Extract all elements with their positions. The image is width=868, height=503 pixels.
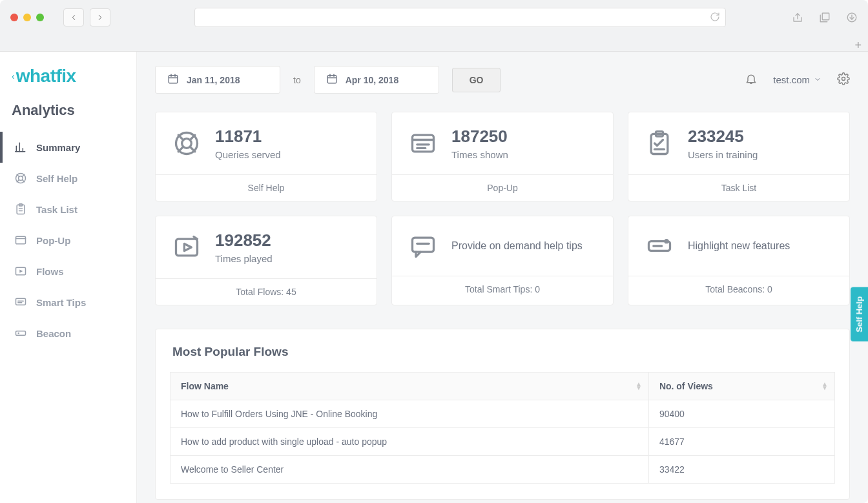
flows-table: Flow Name ▲▼ No. of Views ▲▼ How to Fulf…	[170, 372, 835, 484]
date-to-input[interactable]: Apr 10, 2018	[314, 66, 439, 94]
downloads-icon[interactable]	[846, 12, 858, 23]
cell-views: 41677	[648, 428, 834, 456]
table-row[interactable]: Welcome to Seller Center 33422	[170, 456, 835, 484]
date-range-bar: Jan 11, 2018 to Apr 10, 2018 GO test.com	[155, 66, 850, 94]
sidebar-item-label: Pop-Up	[36, 235, 70, 246]
refresh-icon[interactable]	[710, 12, 720, 25]
table-row[interactable]: How to add product with single upload - …	[170, 428, 835, 456]
svg-rect-49	[176, 239, 198, 256]
sidebar-item-smarttips[interactable]: Smart Tips	[0, 287, 136, 318]
calendar-icon	[326, 73, 338, 87]
sidebar-item-label: Task List	[36, 204, 78, 215]
sidebar-item-beacon[interactable]: Beacon	[0, 318, 136, 349]
card-flows[interactable]: 192852 Times played Total Flows: 45	[155, 216, 377, 305]
tabs-icon[interactable]	[819, 12, 831, 23]
sidebar-item-label: Flows	[36, 266, 64, 277]
sidebar-item-popup[interactable]: Pop-Up	[0, 225, 136, 256]
svg-marker-50	[184, 244, 191, 251]
sidebar-item-label: Beacon	[36, 328, 71, 339]
svg-point-35	[842, 77, 845, 80]
bell-icon[interactable]	[745, 72, 758, 88]
card-beacons[interactable]: Highlight new features Total Beacons: 0	[628, 216, 850, 305]
date-from-input[interactable]: Jan 11, 2018	[155, 66, 280, 94]
beacon-icon	[14, 327, 27, 340]
cell-flowname: How to Fulfill Orders Using JNE - Online…	[170, 400, 649, 428]
back-button[interactable]	[63, 8, 84, 26]
card-popup[interactable]: 187250 Times shown Pop-Up	[391, 112, 614, 201]
chevron-left-icon: ‹	[12, 71, 15, 81]
cell-flowname: Welcome to Seller Center	[170, 456, 649, 484]
svg-rect-27	[169, 76, 178, 83]
calendar-icon	[167, 73, 179, 87]
sidebar: ‹ whatfix Analytics Summary Self Help Ta…	[0, 52, 137, 503]
svg-rect-25	[16, 331, 26, 336]
column-header-flowname[interactable]: Flow Name ▲▼	[170, 373, 649, 400]
sidebar-item-summary[interactable]: Summary	[0, 132, 136, 163]
card-footer: Task List	[628, 174, 849, 201]
card-smarttips[interactable]: Provide on demand help tips Total Smart …	[391, 216, 614, 305]
logo[interactable]: ‹ whatfix	[0, 62, 136, 96]
date-to-value: Apr 10, 2018	[346, 75, 399, 85]
card-label: Queries served	[215, 149, 281, 160]
window-icon	[14, 234, 27, 247]
selfhelp-tab[interactable]: Self Help	[851, 287, 868, 342]
column-header-views[interactable]: No. of Views ▲▼	[648, 373, 834, 400]
card-footer: Total Flows: 45	[156, 278, 377, 305]
svg-marker-21	[19, 270, 23, 273]
close-window-button[interactable]	[10, 14, 18, 21]
url-bar[interactable]	[194, 8, 726, 27]
sort-icon: ▲▼	[636, 382, 642, 390]
sidebar-item-label: Smart Tips	[36, 297, 86, 308]
card-text: Provide on demand help tips	[451, 240, 583, 252]
card-label: Times shown	[451, 149, 508, 160]
account-name: test.com	[773, 74, 810, 85]
card-value: 233245	[688, 127, 758, 147]
svg-rect-42	[413, 135, 434, 152]
card-footer: Pop-Up	[392, 174, 613, 201]
card-text: Highlight new features	[688, 240, 790, 252]
cell-views: 90400	[648, 400, 834, 428]
card-value: 187250	[451, 127, 508, 147]
chat-icon	[14, 296, 27, 309]
sidebar-item-label: Summary	[36, 142, 80, 153]
lifebuoy-icon	[172, 129, 201, 158]
browser-chrome: +	[0, 0, 868, 52]
gear-icon[interactable]	[837, 72, 850, 88]
play-icon	[172, 233, 201, 262]
svg-rect-1	[822, 13, 829, 20]
table-row[interactable]: How to Fulfill Orders Using JNE - Online…	[170, 400, 835, 428]
maximize-window-button[interactable]	[36, 14, 44, 21]
card-selfhelp[interactable]: 11871 Queries served Self Help	[155, 112, 377, 201]
window-icon	[409, 129, 437, 158]
account-dropdown[interactable]: test.com	[773, 74, 822, 85]
logo-text: whatfix	[16, 66, 76, 87]
sidebar-item-flows[interactable]: Flows	[0, 256, 136, 287]
card-footer: Total Smart Tips: 0	[392, 276, 613, 302]
svg-point-26	[17, 333, 19, 334]
section-title: Most Popular Flows	[170, 345, 835, 359]
svg-rect-51	[413, 238, 434, 252]
minimize-window-button[interactable]	[23, 14, 31, 21]
sidebar-item-selfhelp[interactable]: Self Help	[0, 163, 136, 194]
card-footer: Total Beacons: 0	[628, 276, 849, 302]
sidebar-item-tasklist[interactable]: Task List	[0, 194, 136, 225]
card-tasklist[interactable]: 233245 Users in training Task List	[628, 112, 850, 201]
window-controls	[10, 14, 44, 21]
svg-rect-22	[16, 298, 26, 305]
card-label: Times played	[215, 253, 273, 264]
share-icon[interactable]	[792, 12, 803, 23]
date-separator: to	[293, 75, 301, 85]
card-footer: Self Help	[156, 174, 377, 201]
sidebar-item-label: Self Help	[36, 173, 78, 184]
new-tab-button[interactable]: +	[854, 39, 862, 52]
forward-button[interactable]	[90, 8, 110, 26]
sort-icon: ▲▼	[822, 382, 828, 390]
cell-views: 33422	[648, 456, 834, 484]
card-label: Users in training	[688, 149, 758, 160]
summary-cards: 11871 Queries served Self Help 187250 Ti…	[155, 112, 850, 305]
clipboard-icon	[14, 203, 27, 216]
sidebar-title: Analytics	[0, 96, 136, 132]
go-button[interactable]: GO	[452, 68, 501, 92]
chevron-down-icon	[814, 74, 822, 85]
svg-rect-31	[327, 76, 336, 83]
